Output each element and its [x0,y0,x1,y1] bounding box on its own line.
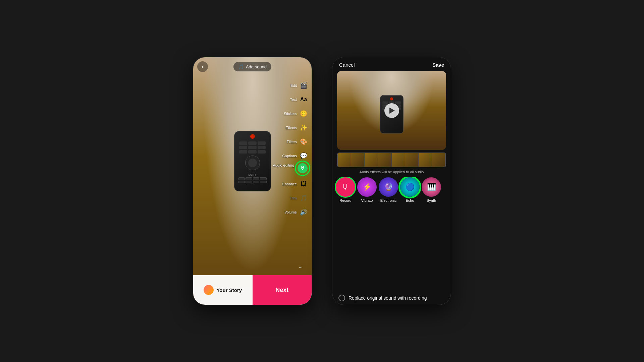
toolbar-item-text[interactable]: Text Aa [289,93,310,106]
toolbar-label-effects: Effects [286,126,297,130]
volume-icon: 🔊 [298,207,309,218]
toolbar-label-stickers: Stickers [284,112,297,116]
effect-record-circle: 🎙 [336,177,355,197]
audio-editing-label: Audio editing [273,163,294,167]
enhance-icon: 🖼 [298,179,309,189]
toolbar-item-edit[interactable]: Edit 🎬 [290,79,310,92]
effects-strip: 🎙 Record ⚡ Vibrato 🔮 Electronic 🔵 Echo 🎹 [332,177,451,202]
effect-synth[interactable]: 🎹 Synth [421,177,442,202]
echo-icon: 🔵 [406,183,415,191]
remote-logo: SONY [249,174,257,176]
toolbar-label-edit: Edit [290,83,297,87]
effect-vibrato-label: Vibrato [361,198,373,202]
back-button[interactable]: ‹ [197,61,208,72]
right-topbar: Cancel Save [332,57,451,71]
your-story-label: Your Story [216,287,242,293]
filters-icon: 🎨 [298,136,309,147]
audio-editing-highlight[interactable]: 🎙 [295,161,310,176]
film-frame [365,153,378,167]
toolbar-label-captions: Captions [282,154,297,158]
effect-echo[interactable]: 🔵 Echo [399,177,420,202]
effect-echo-circle: 🔵 [400,177,420,197]
save-button[interactable]: Save [432,62,444,68]
filmstrip [337,153,446,167]
add-sound-button[interactable]: 🎵 Add sound [233,62,271,71]
captions-icon: 💬 [298,150,309,161]
toolbar-label-text: Text [290,98,297,102]
vibrato-icon: ⚡ [363,183,372,191]
remote-bottom-grid [238,177,267,183]
music-note-icon: 🎵 [238,64,244,69]
edit-icon: 🎬 [298,80,309,91]
effect-echo-label: Echo [406,198,414,202]
film-frame [338,153,351,167]
next-button[interactable]: Next [253,275,312,305]
effect-vibrato[interactable]: ⚡ Vibrato [357,177,377,202]
your-story-button[interactable]: Your Story [193,275,253,305]
replace-sound-row: Replace original sound with recording [332,290,451,305]
effect-synth-circle: 🎹 [422,177,441,197]
text-icon: Aa [298,94,309,105]
effect-vibrato-circle: ⚡ [357,177,377,197]
toolbar-label-volume: Volume [284,210,297,214]
film-frame [419,153,432,167]
film-frame [378,153,391,167]
play-overlay[interactable] [337,71,446,150]
toolbar-label-filters: Filters [287,140,297,144]
next-label: Next [275,287,288,294]
remote-control: SONY [234,131,271,191]
story-avatar [204,285,214,295]
record-icon: 🎙 [341,182,350,192]
film-frame [432,153,445,167]
effect-synth-label: Synth [427,198,436,202]
toolbar-item-captions[interactable]: Captions 💬 [282,149,310,163]
synth-icon: 🎹 [427,183,436,191]
toolbar-label-trim: Trim [289,196,297,200]
play-circle[interactable] [384,103,399,118]
effect-electronic-label: Electronic [380,198,396,202]
remote-power-button [250,134,255,139]
mic-icon: 🎙 [298,163,308,173]
toolbar-label-enhance: Enhance [282,182,297,186]
replace-sound-radio[interactable] [338,295,345,301]
toolbar-item-enhance[interactable]: Enhance 🖼 [282,177,310,191]
stickers-icon: 😊 [298,108,309,119]
collapse-button[interactable]: ⌃ [296,266,305,273]
toolbar-item-filters[interactable]: Filters 🎨 [286,135,310,148]
film-frame [392,153,405,167]
add-sound-label: Add sound [246,64,267,69]
toolbar-item-trim[interactable]: Trim 🎵 [289,191,310,205]
toolbar-item-effects[interactable]: Effects ✨ [285,121,310,134]
toolbar-item-volume[interactable]: Volume 🔊 [284,205,310,219]
effect-electronic-circle: 🔮 [379,177,398,197]
film-frame [351,153,365,167]
play-triangle [389,108,395,114]
effects-icon: ✨ [298,122,309,133]
replace-sound-label: Replace original sound with recording [348,295,427,301]
right-phone: Cancel Save SONY Aud [332,57,451,305]
toolbar-item-stickers[interactable]: Stickers 😊 [283,107,310,120]
left-bottombar: Your Story Next [193,275,312,305]
left-topbar: ‹ 🎵 Add sound [193,57,312,76]
remote-button-grid [239,141,266,154]
remote-dpad [245,156,260,170]
electronic-icon: 🔮 [384,183,393,191]
film-frame [405,153,419,167]
left-phone: SONY ‹ 🎵 Add sound Edit 🎬 Text Aa Sticke… [193,57,312,305]
cancel-button[interactable]: Cancel [339,62,355,68]
trim-icon: 🎵 [298,193,309,203]
effect-record-label: Record [339,198,351,202]
effect-electronic[interactable]: 🔮 Electronic [378,177,399,202]
effect-record[interactable]: 🎙 Record [335,177,356,202]
video-preview: SONY [337,71,446,150]
audio-effects-info: Audio effects will be applied to all aud… [332,170,451,174]
